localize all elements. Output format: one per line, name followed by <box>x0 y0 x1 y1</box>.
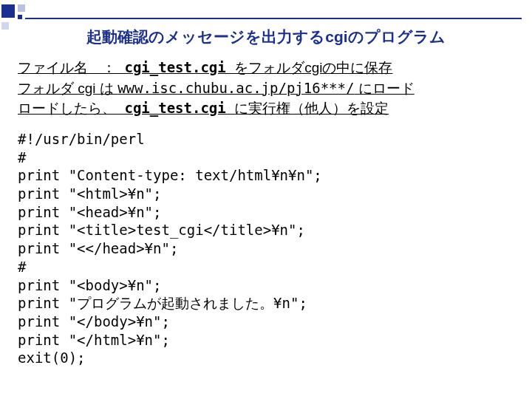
code-line: # <box>18 149 322 167</box>
intro-line-2-url: www.isc.chubu.ac.jp/pj16***/ <box>117 80 354 96</box>
ornament-square-small-1 <box>18 4 25 12</box>
code-line: print "<</head>¥n"; <box>18 239 322 258</box>
slide-title: 起動確認のメッセージを出力するcgiのプログラム <box>0 27 532 47</box>
intro-line-1-post: をフォルダcgiの中に保存 <box>234 60 392 75</box>
intro-line-1-pre: ファイル名 ： <box>18 60 116 75</box>
ornament-square-small-2 <box>18 15 22 19</box>
intro-block: ファイル名 ： cgi_test.cgi をフォルダcgiの中に保存 フォルダ … <box>18 58 522 119</box>
intro-line-2-pre: フォルダ cgi は <box>18 81 117 96</box>
code-line: print "プログラムが起動されました。¥n"; <box>18 294 322 313</box>
code-line: print "<body>¥n"; <box>18 276 322 295</box>
intro-line-2-post: にロード <box>354 81 414 96</box>
code-line: print "Content-type: text/html¥n¥n"; <box>18 166 322 185</box>
code-line: print "</html>¥n"; <box>18 331 322 349</box>
intro-line-1-file: cgi_test.cgi <box>116 59 234 75</box>
intro-line-2: フォルダ cgi は www.isc.chubu.ac.jp/pj16***/ … <box>18 78 522 99</box>
code-line: print "<head>¥n"; <box>18 203 322 222</box>
header-rule <box>25 18 522 19</box>
code-block: #!/usr/bin/perl#print "Content-type: tex… <box>18 130 322 367</box>
ornament-square-large <box>1 4 15 18</box>
code-line: print "</body>¥n"; <box>18 313 322 331</box>
code-line: # <box>18 258 322 276</box>
intro-line-3-pre: ロードしたら、 <box>18 100 116 116</box>
intro-line-3: ロードしたら、 cgi_test.cgi に実行権（他人）を設定 <box>18 98 522 119</box>
code-line: #!/usr/bin/perl <box>18 130 322 149</box>
code-line: print "<html>¥n"; <box>18 185 322 203</box>
slide: 起動確認のメッセージを出力するcgiのプログラム ファイル名 ： cgi_tes… <box>0 0 532 399</box>
code-line: print "<title>test_cgi</title>¥n"; <box>18 221 322 239</box>
intro-line-3-file: cgi_test.cgi <box>116 100 234 116</box>
code-line: exit(0); <box>18 349 322 367</box>
intro-line-3-post: に実行権（他人）を設定 <box>234 100 389 116</box>
intro-line-1: ファイル名 ： cgi_test.cgi をフォルダcgiの中に保存 <box>18 58 522 78</box>
